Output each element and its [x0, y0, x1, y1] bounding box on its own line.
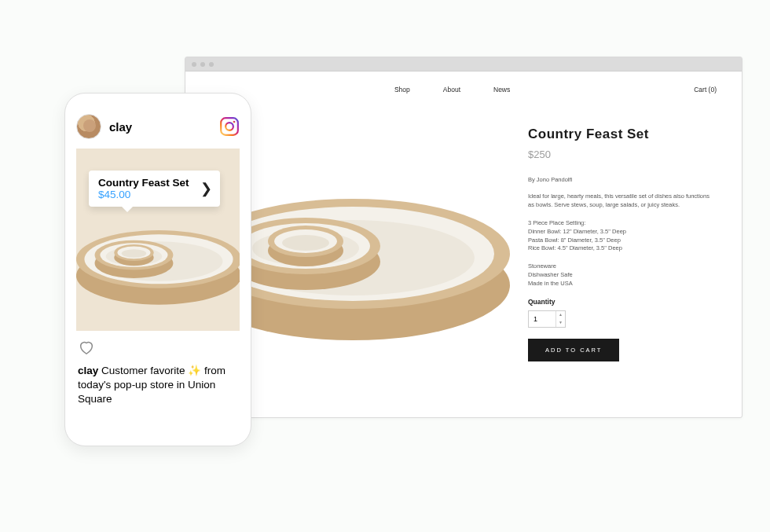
product-title: Country Feast Set — [528, 127, 717, 142]
product-materials: Stoneware Dishwasher Safe Made in the US… — [528, 262, 717, 288]
window-dot — [192, 62, 196, 67]
bubble-product-price: $45.00 — [98, 189, 189, 200]
browser-chrome — [185, 57, 742, 72]
nav-about[interactable]: About — [443, 86, 460, 94]
product-designer: By Jono Pandolfi — [528, 176, 717, 183]
caption-text-1: Customer favorite — [98, 365, 188, 376]
store-nav: Shop About News Cart (0) — [185, 72, 742, 105]
instagram-post-image[interactable]: Country Feast Set $45.00 ❯ — [76, 149, 240, 331]
window-dot — [209, 62, 214, 67]
heart-icon[interactable] — [78, 339, 95, 356]
product-price: $250 — [528, 149, 717, 160]
instagram-username[interactable]: clay — [109, 120, 132, 134]
svg-point-13 — [226, 123, 233, 130]
chevron-right-icon: ❯ — [197, 180, 215, 197]
bowls-illustration-small — [76, 197, 240, 321]
caption-username[interactable]: clay — [78, 365, 98, 376]
nav-shop[interactable]: Shop — [394, 86, 410, 94]
product-description: Ideal for large, hearty meals, this vers… — [528, 193, 717, 210]
quantity-input[interactable] — [529, 315, 556, 323]
svg-rect-12 — [221, 118, 238, 135]
window-dot — [200, 62, 205, 67]
add-to-cart-button[interactable]: ADD TO CART — [528, 339, 619, 361]
nav-news[interactable]: News — [493, 86, 510, 94]
phone-frame: clay — [64, 93, 251, 446]
svg-point-11 — [282, 235, 329, 251]
sparkle-icon: ✨ — [188, 365, 201, 376]
instagram-icon — [219, 116, 240, 137]
instagram-header: clay — [76, 114, 240, 139]
qty-up-icon[interactable]: ▲ — [556, 311, 565, 319]
product-specs: 3 Piece Place Setting: Dinner Bowl: 12" … — [528, 219, 717, 254]
svg-point-14 — [233, 121, 236, 123]
instagram-caption: clay Customer favorite ✨ from today's po… — [76, 364, 240, 407]
instagram-actions — [76, 331, 240, 364]
svg-point-26 — [122, 249, 147, 258]
qty-down-icon[interactable]: ▼ — [556, 319, 565, 327]
store-body: Country Feast Set $250 By Jono Pandolfi … — [185, 105, 742, 372]
quantity-label: Quantity — [528, 298, 717, 306]
nav-cart[interactable]: Cart (0) — [694, 86, 717, 94]
bubble-product-title: Country Feast Set — [98, 177, 189, 189]
browser-window: Shop About News Cart (0) — [185, 57, 742, 418]
quantity-stepper[interactable]: ▲ ▼ — [528, 310, 566, 328]
product-tag-bubble[interactable]: Country Feast Set $45.00 ❯ — [89, 171, 220, 207]
avatar[interactable] — [76, 114, 101, 139]
product-info: Country Feast Set $250 By Jono Pandolfi … — [528, 112, 717, 372]
